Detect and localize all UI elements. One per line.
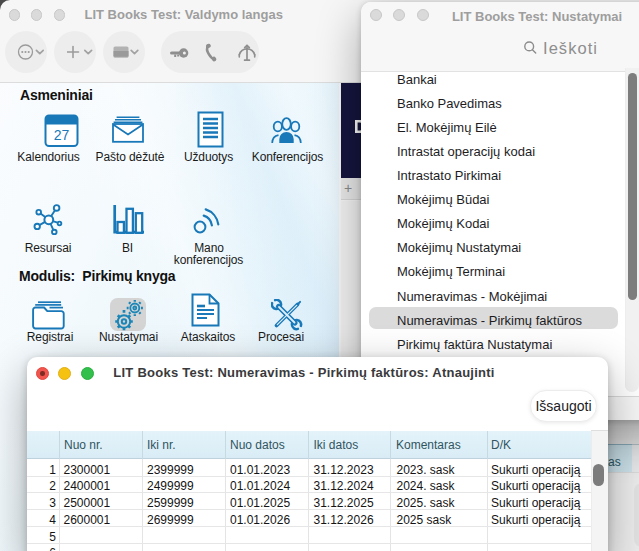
svg-text:27: 27 [54,127,70,143]
